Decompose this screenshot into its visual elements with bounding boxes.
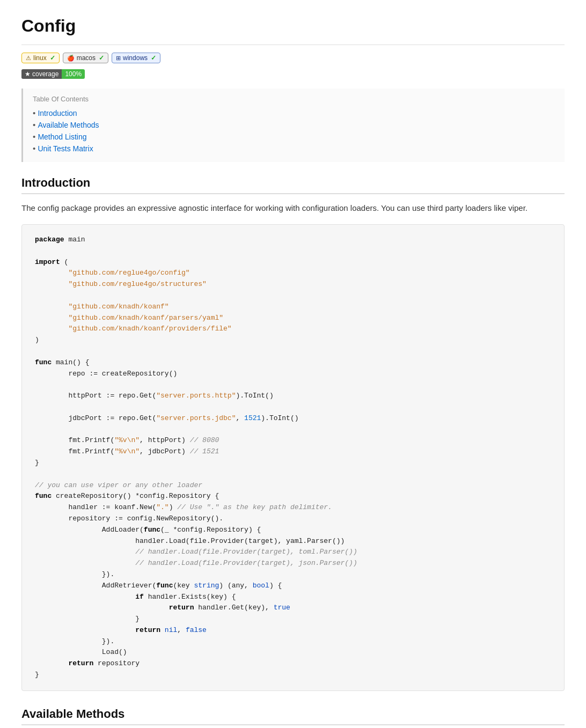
- badge-macos: 🍎 macos ✓: [63, 53, 108, 63]
- macos-icon: 🍎: [67, 55, 75, 62]
- table-of-contents: Table Of Contents Introduction Available…: [21, 89, 565, 162]
- toc-item-introduction[interactable]: Introduction: [33, 108, 555, 117]
- title-divider: [21, 45, 565, 45]
- coverage-label: ★ coverage: [21, 69, 62, 79]
- coverage-badge: ★ coverage 100%: [21, 69, 85, 79]
- macos-check: ✓: [99, 54, 104, 62]
- star-icon: ★: [25, 70, 31, 78]
- toc-link-available-methods[interactable]: Available Methods: [38, 121, 99, 129]
- windows-label: windows: [123, 54, 148, 62]
- linux-check: ✓: [50, 54, 55, 62]
- windows-icon: ⊞: [116, 55, 121, 62]
- toc-list: Introduction Available Methods Method Li…: [33, 108, 555, 153]
- code-example: package main import ( "github.com/reglue…: [21, 224, 565, 691]
- linux-icon: ⚠: [26, 55, 31, 62]
- introduction-heading: Introduction: [21, 176, 565, 194]
- toc-link-method-listing[interactable]: Method Listing: [38, 133, 86, 141]
- badge-windows: ⊞ windows ✓: [112, 53, 160, 63]
- macos-label: macos: [77, 54, 96, 62]
- platform-badges: ⚠ linux ✓ 🍎 macos ✓ ⊞ windows ✓: [21, 53, 565, 63]
- linux-label: linux: [33, 54, 47, 62]
- toc-link-introduction[interactable]: Introduction: [38, 109, 77, 117]
- windows-check: ✓: [151, 54, 156, 62]
- toc-link-unit-tests-matrix[interactable]: Unit Tests Matrix: [38, 144, 93, 153]
- badge-linux: ⚠ linux ✓: [21, 53, 60, 63]
- coverage-value: 100%: [62, 69, 85, 79]
- available-methods-heading: Available Methods: [21, 707, 565, 725]
- toc-item-available-methods[interactable]: Available Methods: [33, 120, 555, 129]
- introduction-body: The config package provides an expressiv…: [21, 202, 565, 215]
- toc-item-unit-tests-matrix[interactable]: Unit Tests Matrix: [33, 144, 555, 153]
- page-title: Config: [21, 16, 565, 36]
- toc-title: Table Of Contents: [33, 95, 555, 103]
- toc-item-method-listing[interactable]: Method Listing: [33, 132, 555, 141]
